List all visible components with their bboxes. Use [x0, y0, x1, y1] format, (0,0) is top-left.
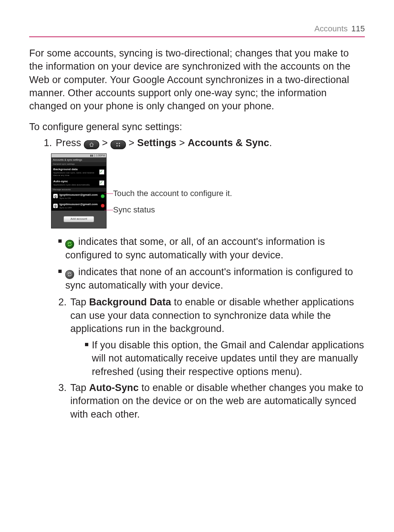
step-3-bold: Auto-Sync	[89, 382, 139, 393]
step-2-bold: Background Data	[89, 297, 171, 308]
legend-row-sync-off: indicates that none of an account's info…	[58, 265, 365, 292]
phone-row-bg-sub: Applications can sync, send, and receive…	[53, 172, 97, 176]
callout-sync-status: Sync status	[113, 204, 232, 215]
manual-page: Accounts 115 For some accounts, syncing …	[0, 0, 394, 532]
subheading: To configure general sync settings:	[29, 120, 365, 133]
legend-row-sync-on: indicates that some, or all, of an accou…	[58, 235, 365, 262]
sync-on-icon	[65, 240, 74, 249]
step-1-number: 1.	[44, 136, 52, 149]
phone-section-general: General sync settings	[51, 162, 106, 166]
checkbox-icon	[99, 169, 104, 175]
square-bullet-icon	[58, 239, 62, 243]
sync-icon-legend: indicates that some, or all, of an accou…	[58, 235, 365, 292]
step-2-nested-text: If you disable this option, the Gmail an…	[92, 339, 365, 378]
step-1-accounts-sync: Accounts & Sync	[188, 137, 269, 148]
phone-acct2-email: lgoptimususer@gmail.com	[59, 203, 99, 207]
step-1-sep-1: >	[102, 137, 110, 148]
phone-account-row-2: g lgoptimususer@gmail.comSync is OFF	[51, 201, 106, 210]
phone-screenshot: ▮▮ ▯1:00PM Accounts & sync settings Gene…	[51, 153, 107, 228]
phone-status-bar: ▮▮ ▯1:00PM	[51, 154, 106, 157]
phone-section-manage: Manage accounts	[51, 188, 106, 191]
legend-text-sync-off: indicates that none of an account's info…	[65, 266, 353, 291]
google-badge-icon: g	[53, 194, 58, 198]
step-3: 3. Tap Auto-Sync to enable or disable wh…	[44, 381, 365, 421]
apps-key-icon	[111, 140, 126, 149]
figure-callouts: Touch the account to configure it. Sync …	[113, 153, 232, 215]
step-1-body: Press > > Settings > Accounts & Sync.	[56, 136, 365, 149]
legend-text-sync-on: indicates that some, or all, of an accou…	[65, 236, 325, 261]
callout-touch-account: Touch the account to configure it.	[113, 188, 232, 199]
header-section: Accounts	[314, 23, 348, 34]
phone-acct1-email: lgoptimususer@gmail.com	[59, 193, 99, 197]
step-1-settings: Settings	[137, 137, 176, 148]
step-2-nested-bullet: If you disable this option, the Gmail an…	[85, 339, 365, 378]
phone-screen-title: Accounts & sync settings	[51, 157, 106, 162]
step-3-lead: Tap	[70, 382, 89, 393]
phone-row-as-sub: Applications sync data automatically	[53, 184, 97, 186]
phone-status-time: 1:00PM	[96, 154, 105, 157]
phone-row-bg-title: Background data	[53, 168, 97, 172]
intro-paragraph: For some accounts, syncing is two-direct…	[29, 47, 365, 113]
phone-row-as-title: Auto-sync	[53, 180, 97, 184]
step-2-number: 2.	[58, 296, 67, 309]
sync-status-on-icon	[101, 195, 104, 198]
svg-rect-2	[116, 145, 117, 146]
phone-row-auto-sync: Auto-syncApplications sync data automati…	[51, 178, 106, 187]
home-key-icon	[84, 140, 99, 149]
header-page-number: 115	[351, 23, 365, 34]
step-1-sep-2: >	[129, 137, 137, 148]
page-header: Accounts 115	[29, 23, 365, 37]
sync-status-off-icon	[101, 204, 104, 207]
step-3-number: 3.	[58, 381, 67, 394]
phone-bottom-area: Add account	[51, 211, 106, 228]
svg-rect-3	[119, 145, 120, 146]
square-bullet-icon	[58, 270, 62, 273]
svg-rect-0	[116, 143, 117, 144]
phone-account-row-1: g lgoptimususer@gmail.comSync is ON	[51, 191, 106, 201]
checkbox-icon	[99, 180, 104, 185]
svg-rect-1	[119, 143, 120, 144]
step-1: 1. Press > > Settings > Accounts & Sync.	[44, 136, 365, 149]
step-2: 2. Tap Background Data to enable or disa…	[44, 296, 365, 378]
step-1-sep-3: >	[179, 137, 188, 148]
phone-acct1-status: Sync is ON	[59, 197, 99, 200]
phone-acct2-status: Sync is OFF	[59, 207, 99, 209]
square-bullet-icon	[85, 343, 88, 346]
step-1-pre: Press	[56, 137, 84, 148]
google-badge-icon: g	[53, 204, 58, 208]
step-2-lead: Tap	[70, 297, 89, 308]
phone-row-background-data: Background dataApplications can sync, se…	[51, 166, 106, 178]
phone-add-account-button: Add account	[63, 216, 94, 222]
sync-off-icon	[65, 270, 74, 279]
figure-phone-with-callouts: ▮▮ ▯1:00PM Accounts & sync settings Gene…	[51, 153, 365, 228]
step-1-tail: .	[269, 137, 272, 148]
